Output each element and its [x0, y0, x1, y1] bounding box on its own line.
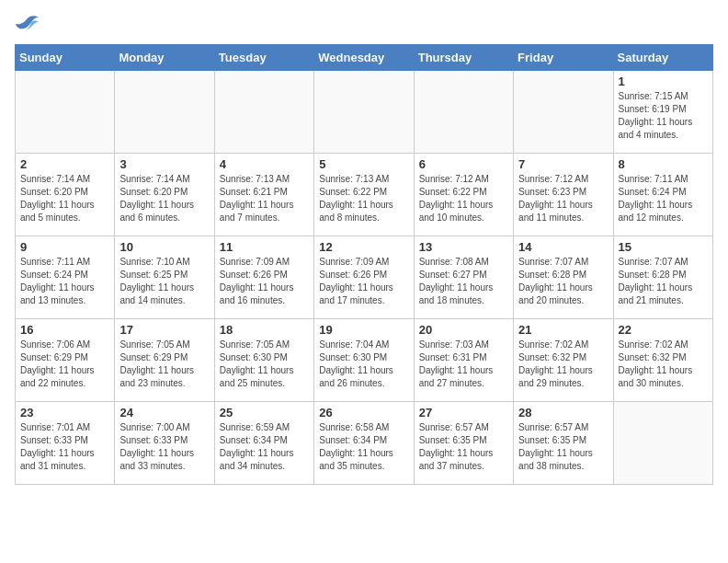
day-info: Sunrise: 7:02 AM Sunset: 6:32 PM Dayligh…	[518, 339, 608, 390]
logo	[15, 15, 44, 35]
day-info: Sunrise: 7:12 AM Sunset: 6:22 PM Dayligh…	[419, 173, 508, 224]
day-number: 21	[518, 323, 608, 337]
day-cell: 4Sunrise: 7:13 AM Sunset: 6:21 PM Daylig…	[214, 154, 313, 236]
day-info: Sunrise: 7:11 AM Sunset: 6:24 PM Dayligh…	[619, 173, 708, 224]
week-row-5: 23Sunrise: 7:01 AM Sunset: 6:33 PM Dayli…	[16, 402, 713, 485]
day-info: Sunrise: 7:02 AM Sunset: 6:32 PM Dayligh…	[619, 339, 708, 390]
day-info: Sunrise: 7:03 AM Sunset: 6:31 PM Dayligh…	[419, 339, 508, 390]
day-info: Sunrise: 7:07 AM Sunset: 6:28 PM Dayligh…	[518, 256, 608, 307]
day-cell: 14Sunrise: 7:07 AM Sunset: 6:28 PM Dayli…	[514, 236, 613, 319]
day-cell: 5Sunrise: 7:13 AM Sunset: 6:22 PM Daylig…	[314, 154, 414, 236]
header	[15, 15, 713, 35]
day-number: 25	[220, 406, 309, 419]
day-cell: 8Sunrise: 7:11 AM Sunset: 6:24 PM Daylig…	[613, 154, 712, 236]
day-number: 9	[20, 240, 109, 254]
day-cell: 6Sunrise: 7:12 AM Sunset: 6:22 PM Daylig…	[414, 154, 513, 236]
day-cell: 18Sunrise: 7:05 AM Sunset: 6:30 PM Dayli…	[214, 319, 313, 402]
day-number: 1	[619, 75, 708, 88]
day-info: Sunrise: 7:05 AM Sunset: 6:30 PM Dayligh…	[220, 339, 309, 390]
day-cell: 26Sunrise: 6:58 AM Sunset: 6:34 PM Dayli…	[314, 402, 414, 485]
day-info: Sunrise: 7:10 AM Sunset: 6:25 PM Dayligh…	[119, 256, 209, 307]
day-info: Sunrise: 7:00 AM Sunset: 6:33 PM Dayligh…	[119, 421, 209, 473]
day-cell: 7Sunrise: 7:12 AM Sunset: 6:23 PM Daylig…	[514, 154, 613, 236]
day-info: Sunrise: 7:08 AM Sunset: 6:27 PM Dayligh…	[419, 256, 508, 307]
day-cell: 20Sunrise: 7:03 AM Sunset: 6:31 PM Dayli…	[414, 319, 513, 402]
day-info: Sunrise: 7:13 AM Sunset: 6:21 PM Dayligh…	[220, 173, 309, 224]
day-number: 3	[119, 157, 209, 171]
day-number: 23	[20, 406, 109, 419]
day-number: 15	[619, 240, 708, 254]
day-info: Sunrise: 7:09 AM Sunset: 6:26 PM Dayligh…	[319, 256, 408, 307]
day-cell	[613, 402, 712, 485]
day-number: 13	[419, 240, 508, 254]
day-cell	[214, 71, 313, 154]
day-cell: 11Sunrise: 7:09 AM Sunset: 6:26 PM Dayli…	[214, 236, 313, 319]
day-info: Sunrise: 7:15 AM Sunset: 6:19 PM Dayligh…	[619, 90, 708, 142]
day-number: 22	[619, 323, 708, 337]
day-cell: 24Sunrise: 7:00 AM Sunset: 6:33 PM Dayli…	[115, 402, 214, 485]
day-number: 8	[619, 157, 708, 171]
day-number: 18	[220, 323, 309, 337]
day-number: 17	[119, 323, 209, 337]
day-number: 10	[119, 240, 209, 254]
week-row-3: 9Sunrise: 7:11 AM Sunset: 6:24 PM Daylig…	[16, 236, 713, 319]
weekday-header-wednesday: Wednesday	[314, 45, 414, 71]
week-row-2: 2Sunrise: 7:14 AM Sunset: 6:20 PM Daylig…	[16, 154, 713, 236]
day-cell: 28Sunrise: 6:57 AM Sunset: 6:35 PM Dayli…	[514, 402, 613, 485]
day-cell: 13Sunrise: 7:08 AM Sunset: 6:27 PM Dayli…	[414, 236, 513, 319]
day-cell	[115, 71, 214, 154]
day-info: Sunrise: 7:14 AM Sunset: 6:20 PM Dayligh…	[119, 173, 209, 224]
day-cell: 2Sunrise: 7:14 AM Sunset: 6:20 PM Daylig…	[16, 154, 115, 236]
day-info: Sunrise: 7:11 AM Sunset: 6:24 PM Dayligh…	[20, 256, 109, 307]
day-number: 11	[220, 240, 309, 254]
logo-bird-icon	[15, 15, 40, 35]
weekday-header-friday: Friday	[514, 45, 613, 71]
weekday-header-thursday: Thursday	[414, 45, 513, 71]
day-cell: 25Sunrise: 6:59 AM Sunset: 6:34 PM Dayli…	[214, 402, 313, 485]
day-number: 12	[319, 240, 408, 254]
day-cell: 3Sunrise: 7:14 AM Sunset: 6:20 PM Daylig…	[115, 154, 214, 236]
day-cell: 19Sunrise: 7:04 AM Sunset: 6:30 PM Dayli…	[314, 319, 414, 402]
day-info: Sunrise: 7:14 AM Sunset: 6:20 PM Dayligh…	[20, 173, 109, 224]
day-info: Sunrise: 7:13 AM Sunset: 6:22 PM Dayligh…	[319, 173, 408, 224]
day-number: 6	[419, 157, 508, 171]
day-cell: 22Sunrise: 7:02 AM Sunset: 6:32 PM Dayli…	[613, 319, 712, 402]
day-number: 26	[319, 406, 408, 419]
day-number: 14	[518, 240, 608, 254]
day-number: 27	[419, 406, 508, 419]
day-info: Sunrise: 7:09 AM Sunset: 6:26 PM Dayligh…	[220, 256, 309, 307]
day-info: Sunrise: 6:57 AM Sunset: 6:35 PM Dayligh…	[518, 421, 608, 473]
day-number: 16	[20, 323, 109, 337]
calendar-table: SundayMondayTuesdayWednesdayThursdayFrid…	[15, 44, 713, 485]
day-cell: 21Sunrise: 7:02 AM Sunset: 6:32 PM Dayli…	[514, 319, 613, 402]
day-number: 28	[518, 406, 608, 419]
week-row-1: 1Sunrise: 7:15 AM Sunset: 6:19 PM Daylig…	[16, 71, 713, 154]
day-number: 19	[319, 323, 408, 337]
week-row-4: 16Sunrise: 7:06 AM Sunset: 6:29 PM Dayli…	[16, 319, 713, 402]
day-number: 2	[20, 157, 109, 171]
day-cell: 10Sunrise: 7:10 AM Sunset: 6:25 PM Dayli…	[115, 236, 214, 319]
day-cell: 9Sunrise: 7:11 AM Sunset: 6:24 PM Daylig…	[16, 236, 115, 319]
day-number: 20	[419, 323, 508, 337]
day-cell: 23Sunrise: 7:01 AM Sunset: 6:33 PM Dayli…	[16, 402, 115, 485]
day-cell: 12Sunrise: 7:09 AM Sunset: 6:26 PM Dayli…	[314, 236, 414, 319]
day-cell	[414, 71, 513, 154]
day-cell	[314, 71, 414, 154]
weekday-header-tuesday: Tuesday	[214, 45, 313, 71]
day-info: Sunrise: 6:58 AM Sunset: 6:34 PM Dayligh…	[319, 421, 408, 473]
day-number: 24	[119, 406, 209, 419]
day-cell	[514, 71, 613, 154]
weekday-header-monday: Monday	[115, 45, 214, 71]
weekday-header-row: SundayMondayTuesdayWednesdayThursdayFrid…	[16, 45, 713, 71]
day-cell: 27Sunrise: 6:57 AM Sunset: 6:35 PM Dayli…	[414, 402, 513, 485]
day-info: Sunrise: 7:06 AM Sunset: 6:29 PM Dayligh…	[20, 339, 109, 390]
day-cell: 17Sunrise: 7:05 AM Sunset: 6:29 PM Dayli…	[115, 319, 214, 402]
day-number: 4	[220, 157, 309, 171]
day-info: Sunrise: 7:12 AM Sunset: 6:23 PM Dayligh…	[518, 173, 608, 224]
day-number: 7	[518, 157, 608, 171]
day-info: Sunrise: 6:59 AM Sunset: 6:34 PM Dayligh…	[220, 421, 309, 473]
weekday-header-saturday: Saturday	[613, 45, 712, 71]
day-cell: 16Sunrise: 7:06 AM Sunset: 6:29 PM Dayli…	[16, 319, 115, 402]
weekday-header-sunday: Sunday	[16, 45, 115, 71]
day-info: Sunrise: 6:57 AM Sunset: 6:35 PM Dayligh…	[419, 421, 508, 473]
